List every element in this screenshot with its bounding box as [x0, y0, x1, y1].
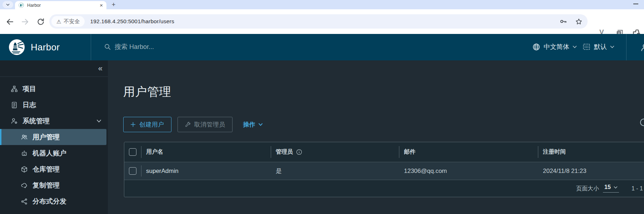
- column-header-username: 用户名: [141, 142, 271, 162]
- sidebar-item-projects[interactable]: 项目: [0, 81, 108, 97]
- tab-close-icon[interactable]: ×: [100, 3, 103, 8]
- cell-creation-time: 2024/11/8 21:23: [538, 162, 644, 180]
- user-menu-icon[interactable]: [640, 43, 644, 52]
- cell-admin: 是: [271, 162, 399, 180]
- plus-icon: [130, 122, 136, 127]
- language-label: 中文简体: [544, 43, 569, 51]
- cell-username: superAdmin: [141, 162, 271, 180]
- sidebar-item-label: 项目: [23, 84, 36, 94]
- datagrid-header-row: 用户名 管理员 邮件 注册时间: [124, 142, 644, 162]
- global-search[interactable]: 搜索 Harbor...: [104, 43, 154, 51]
- sidebar-item-label: 分布式分发: [33, 197, 66, 206]
- actions-dropdown[interactable]: 操作: [243, 120, 263, 129]
- browser-tab-harbor[interactable]: Harbor ×: [15, 1, 106, 9]
- browser-toolbar: ⚠ 不安全 192.168.4.250:5001/harbor/users V: [0, 9, 644, 34]
- projects-icon: [11, 85, 18, 93]
- sidebar-item-label: 用户管理: [33, 133, 60, 142]
- password-key-icon[interactable]: [559, 18, 567, 25]
- sidebar-item-distribution[interactable]: 分布式分发: [0, 193, 108, 209]
- site-security-chip[interactable]: ⚠ 不安全: [51, 16, 85, 27]
- column-header-creation-time: 注册时间: [538, 142, 644, 162]
- warning-icon: ⚠: [56, 19, 61, 24]
- browser-window: Harbor × + ⚠ 不安全 192.168.4.250:5001/harb…: [0, 0, 644, 214]
- harbor-brand-title: Harbor: [31, 42, 60, 53]
- search-icon: [104, 43, 111, 51]
- sidebar-item-label: 系统管理: [23, 116, 50, 126]
- harbor-favicon: [19, 3, 24, 8]
- sidebar-item-label: 仓库管理: [33, 165, 60, 174]
- back-button[interactable]: [6, 18, 14, 26]
- share-network-icon: [21, 198, 28, 205]
- grid-search-icon[interactable]: [640, 119, 644, 126]
- column-header-admin: 管理员: [271, 142, 399, 162]
- table-row[interactable]: superAdmin 是 12306@qq.com 2024/11/8 21:2…: [124, 162, 644, 180]
- chevron-down-icon: [258, 123, 263, 126]
- harbor-header: Harbor 搜索 Harbor... 中文简体 默认: [0, 34, 644, 60]
- chevron-down-icon: [96, 119, 101, 123]
- row-checkbox[interactable]: [129, 167, 136, 175]
- sidebar-item-label: 复制管理: [33, 181, 60, 190]
- header-divider: [91, 34, 91, 60]
- search-placeholder: 搜索 Harbor...: [115, 43, 154, 51]
- column-header-email: 邮件: [399, 142, 538, 162]
- admin-user-gear-icon: [11, 118, 18, 125]
- page-size-label: 页面大小: [576, 185, 599, 193]
- globe-icon: [532, 43, 540, 51]
- page-title: 用户管理: [123, 84, 171, 100]
- window-minimize-button[interactable]: [633, 4, 638, 4]
- header-divider: [626, 34, 626, 60]
- pagination-range: 1 - 1 共: [631, 185, 644, 193]
- theme-label: 默认: [594, 43, 607, 51]
- create-user-button[interactable]: 创建用户: [123, 117, 171, 132]
- reload-button[interactable]: [36, 18, 45, 26]
- sidebar-item-label: 日志: [23, 100, 36, 110]
- wrench-icon: [185, 121, 191, 128]
- url-text: 192.168.4.250:5001/harbor/users: [90, 18, 174, 25]
- forward-button[interactable]: [21, 18, 29, 26]
- users-icon: [21, 134, 28, 141]
- bookmark-star-icon[interactable]: [575, 18, 583, 25]
- theme-grid-icon: [582, 43, 591, 51]
- chevron-down-icon: [6, 4, 10, 6]
- address-bar[interactable]: ⚠ 不安全 192.168.4.250:5001/harbor/users: [49, 14, 588, 29]
- sidebar-item-user-management[interactable]: 用户管理: [0, 129, 106, 145]
- chevron-down-icon: [573, 45, 577, 48]
- logs-icon: [11, 101, 18, 109]
- users-datagrid: 用户名 管理员 邮件 注册时间 superAdmin 是 12306@qq.co…: [124, 142, 644, 197]
- sidebar-item-system-admin[interactable]: 系统管理: [0, 113, 108, 129]
- sidebar-item-robot-accounts[interactable]: 机器人账户: [0, 145, 108, 161]
- sidebar-item-replications[interactable]: 复制管理: [0, 177, 108, 193]
- harbor-logo: [9, 39, 25, 55]
- browser-tab-strip: Harbor × +: [0, 0, 644, 9]
- tab-search-button[interactable]: [3, 1, 13, 8]
- sidenav: « 项目 日志 系统管理 用户管理 机器人账户: [0, 60, 108, 214]
- sidebar-item-registries[interactable]: 仓库管理: [0, 161, 108, 177]
- revoke-admin-button[interactable]: 取消管理员: [178, 117, 233, 132]
- grid-action-bar: 创建用户 取消管理员 操作: [123, 117, 263, 132]
- robot-icon: [21, 150, 28, 157]
- page-size-select[interactable]: 15: [603, 184, 619, 193]
- language-selector[interactable]: 中文简体: [532, 43, 577, 51]
- security-label: 不安全: [64, 18, 80, 25]
- chevron-down-icon: [614, 186, 618, 189]
- sidenav-divider: [0, 76, 108, 77]
- sidebar-item-label: 机器人账户: [33, 149, 66, 158]
- tab-title: Harbor: [27, 3, 100, 8]
- cloud-sync-icon: [21, 182, 28, 189]
- datagrid-footer: 页面大小 15 1 - 1 共: [124, 180, 644, 197]
- info-icon[interactable]: [296, 149, 302, 155]
- main-content: 用户管理 创建用户 取消管理员 操作 用户名 管理员: [108, 60, 644, 214]
- theme-selector[interactable]: 默认: [582, 43, 614, 51]
- chevron-down-icon: [610, 45, 614, 48]
- new-tab-button[interactable]: +: [109, 0, 118, 9]
- sidebar-item-logs[interactable]: 日志: [0, 97, 108, 113]
- sidenav-collapse-button[interactable]: «: [98, 64, 103, 73]
- cell-email: 12306@qq.com: [399, 162, 538, 180]
- select-all-checkbox[interactable]: [129, 148, 136, 156]
- cube-icon: [21, 166, 28, 173]
